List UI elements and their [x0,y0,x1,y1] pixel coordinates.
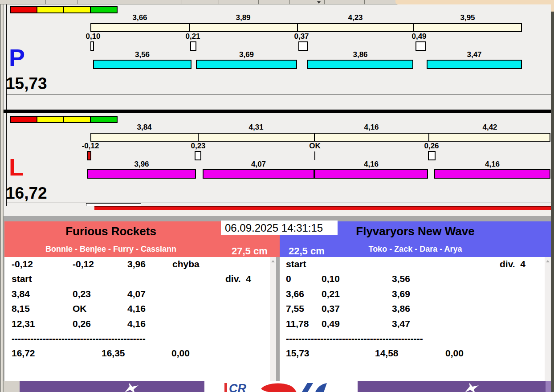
bird-icon [464,383,479,392]
split-time-label: 4,42 [482,123,497,132]
cr-logo-text: CR [229,382,246,392]
banner-purple-edge [546,381,551,392]
result-cell: 0,21 [322,289,340,299]
result-cell: 15,73 [286,348,310,359]
leg-time-label: 4,16 [364,160,379,169]
result-cell: 16,72 [12,348,35,359]
changeover-box [90,41,94,51]
result-cell: 3,96 [127,259,146,270]
lane-divider-bar [4,110,551,113]
progress-marker-box [86,203,141,206]
changeover-box [298,41,308,51]
team-left-results: -0,12-0,123,96chybastartdiv. 43,840,234,… [4,257,276,381]
result-row: -0,12-0,123,96chyba [4,259,276,274]
split-time-label: 3,84 [137,123,151,132]
split-bar-divider [189,23,190,32]
traffic-light-segment [90,6,118,13]
changeover-time-label: 0,49 [411,32,426,41]
result-cell: 3,69 [392,289,410,299]
split-times-bar [90,23,522,32]
split-time-label: 4,31 [248,123,263,132]
lane-P-display: P 15,73 3,663,894,233,950,100,210,370,49… [0,6,554,95]
split-bar-divider [314,133,315,142]
leg-time-label: 4,07 [251,160,266,169]
team-left-name: Furious Rockets [0,225,248,238]
result-cell: 7,55 [286,303,304,314]
leg-bar-segment [307,60,413,69]
result-row: 12,310,264,16 [4,318,276,334]
split-time-label: 4,23 [348,13,363,22]
traffic-light-segment [10,116,37,123]
changeover-time-label: 0,21 [185,32,200,41]
result-cell: div. 4 [500,259,525,270]
lane-L-total-time: 16,72 [6,185,47,201]
team-left-members: Bonnie - Benjee - Furry - Cassiann [0,245,248,254]
changeover-time-label: -0,12 [82,142,99,151]
changeover-time-label: 0,23 [191,142,205,151]
result-cell: 0,00 [171,348,190,359]
leg-bar-segment [314,169,428,179]
changeover-time-label: 0,37 [294,32,309,41]
result-row: 3,660,213,69 [280,289,551,304]
bird-icon [124,383,139,392]
result-cell: start [12,274,32,284]
changeover-box [428,151,436,160]
cr-flyball-logo: CR [223,382,334,392]
result-cell: chyba [172,259,200,270]
leg-time-label: 4,16 [485,160,500,169]
result-cell: -0,12 [12,259,33,270]
changeover-time-label: 0,26 [424,142,439,151]
result-cell: 3,66 [286,289,304,299]
changeover-ok-tick [314,151,315,160]
toolbar-beige-panel [395,0,554,4]
changeover-box [416,41,426,51]
result-cell: 4,16 [127,303,146,314]
changeover-box [190,41,196,51]
changeover-time-label: OK [309,142,321,151]
split-bar-divider [413,23,414,32]
result-cell: 0,49 [322,318,340,329]
leg-bar-segment [203,169,314,179]
result-row: 8,15OK4,16 [4,303,276,318]
banner-purple-left [20,381,204,392]
result-cell: 0 [286,274,291,284]
split-times-bar [90,133,550,142]
result-cell: 3,47 [392,318,410,329]
leg-time-label: 3,96 [134,160,149,169]
result-cell: 3,86 [392,303,410,314]
leg-bar-segment [427,60,522,69]
result-row: 11,780,493,47 [280,318,551,334]
lane-L-display: L 16,72 3,844,314,164,42-0,120,23OK0,263… [0,116,554,205]
traffic-light-segment [90,116,118,123]
result-cell: 3,56 [392,274,410,284]
traffic-light-segment [37,116,64,123]
lane-P-total-time: 15,73 [6,75,47,92]
result-cell: start [286,259,306,270]
result-row: 15,7314,580,00 [280,348,551,363]
result-cell: div. 4 [225,274,251,284]
split-time-label: 4,16 [364,123,379,132]
result-cell: 4,16 [127,318,146,329]
split-bar-divider [428,133,429,142]
result-cell: -0,12 [73,259,94,270]
result-row: 3,840,234,07 [4,289,276,304]
result-cell: 14,58 [375,348,399,359]
result-row: startdiv. 4 [4,274,276,289]
lane-P-letter: P [9,45,25,69]
result-cell: 0,10 [322,274,340,284]
traffic-light-segment [10,6,37,13]
lane-L-letter: L [9,155,24,179]
dropdown-caret-icon [317,1,321,4]
result-cell: 0,00 [445,348,464,359]
changeover-box [87,151,91,160]
result-cell: 4,07 [127,289,146,299]
toolbar-remnant [0,0,554,4]
team-right-results: startdiv. 400,103,563,660,213,697,550,37… [280,257,551,381]
traffic-light-segment [63,6,91,13]
result-cell: 0,26 [73,318,91,329]
race-progress-bar [94,206,551,210]
split-time-label: 3,66 [132,13,147,22]
leg-time-label: 3,56 [135,50,150,59]
result-cell: 3,84 [12,289,30,299]
leg-time-label: 3,47 [467,50,481,59]
